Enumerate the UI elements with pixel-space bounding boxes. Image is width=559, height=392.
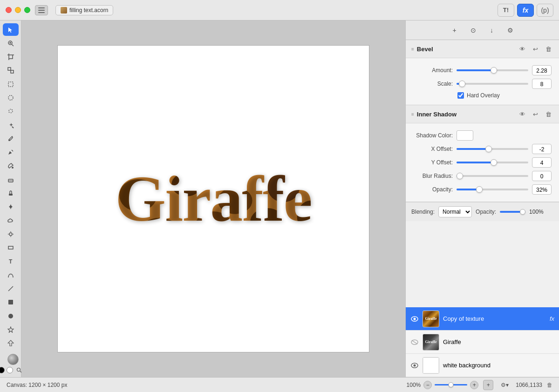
fx-button[interactable]: fx <box>517 4 534 17</box>
opacity-value[interactable]: 32% <box>532 184 552 195</box>
line-tool[interactable] <box>3 282 19 295</box>
svg-rect-15 <box>8 82 13 87</box>
y-offset-slider[interactable] <box>457 162 528 163</box>
opacity-thumb[interactable] <box>476 186 483 193</box>
statusbar-trash-button[interactable]: 🗑 <box>547 382 552 388</box>
minimize-button[interactable] <box>15 7 21 13</box>
y-offset-value[interactable]: 4 <box>532 157 552 168</box>
properties-button[interactable]: (p) <box>537 4 553 17</box>
layer-item-giraffe[interactable]: Giraffe Giraffe <box>406 331 559 354</box>
layer-visibility-giraffe[interactable] <box>410 338 419 346</box>
svg-point-34 <box>8 314 13 318</box>
blur-radius-value[interactable]: 0 <box>532 171 552 181</box>
y-offset-thumb[interactable] <box>491 159 497 166</box>
zoom-in-button[interactable]: + <box>470 381 478 389</box>
svg-line-41 <box>412 340 417 344</box>
close-button[interactable] <box>6 7 12 13</box>
y-offset-label: Y Offset: <box>413 159 453 166</box>
reset-icon: ↩ <box>533 46 538 53</box>
blending-select[interactable]: Normal Multiply Screen Overlay Darken Li… <box>438 206 472 217</box>
file-tab[interactable]: filling text.acorn <box>55 5 113 15</box>
lasso-tool[interactable] <box>3 105 19 118</box>
statusbar-settings-button[interactable]: ⚙▾ <box>498 378 511 392</box>
eye-icon: 👁 <box>519 111 525 118</box>
transform-tool[interactable] <box>3 64 19 77</box>
inner-shadow-reset-button[interactable]: ↩ <box>530 109 540 119</box>
zoom-slider[interactable] <box>435 384 467 385</box>
add-layer-button[interactable]: + <box>483 380 493 390</box>
bevel-delete-button[interactable]: 🗑 <box>543 44 553 54</box>
eraser-tool[interactable] <box>3 173 19 186</box>
pen-tool[interactable] <box>3 146 19 159</box>
layer-item-white-background[interactable]: white background <box>406 354 559 377</box>
x-offset-row: X Offset: -2 <box>413 144 552 154</box>
cloud-tool[interactable] <box>3 214 19 227</box>
crop-tool[interactable] <box>3 51 19 63</box>
paint-bucket-tool[interactable] <box>3 160 19 172</box>
settings-button[interactable]: ⚙ <box>504 24 517 37</box>
foreground-color[interactable] <box>7 354 19 365</box>
bezier-tool[interactable] <box>3 269 19 281</box>
inner-shadow-visibility-button[interactable]: 👁 <box>517 109 527 119</box>
add-icon: + <box>452 27 456 34</box>
bg-color-small[interactable] <box>7 367 13 373</box>
sun-tool[interactable] <box>3 228 19 240</box>
zoom-tool[interactable] <box>3 37 19 49</box>
fg-color-small[interactable] <box>0 367 5 373</box>
arrow-tool[interactable] <box>3 337 19 349</box>
canvas-area[interactable]: Giraffe <box>21 20 405 377</box>
globe-button[interactable]: ⊙ <box>467 24 480 37</box>
bevel-visibility-button[interactable]: 👁 <box>517 44 527 54</box>
bevel-amount-thumb[interactable] <box>491 67 497 74</box>
x-offset-value[interactable]: -2 <box>532 144 552 154</box>
download-button[interactable]: ↓ <box>485 24 498 37</box>
rect-select-tool[interactable] <box>3 78 19 90</box>
layer-visibility-copy-of-texture[interactable] <box>410 315 419 323</box>
blur-radius-thumb[interactable] <box>457 173 463 179</box>
shadow-color-swatch[interactable] <box>457 130 473 141</box>
shape-circle-tool[interactable] <box>3 310 19 322</box>
maximize-button[interactable] <box>24 7 30 13</box>
type-effects-button[interactable]: T! <box>498 4 514 17</box>
text-tool[interactable]: T <box>3 255 19 268</box>
bevel-scale-thumb[interactable] <box>459 81 465 87</box>
inner-shadow-delete-button[interactable]: 🗑 <box>543 109 553 119</box>
add-effect-button[interactable]: + <box>448 24 461 37</box>
rubber-stamp-tool[interactable] <box>3 187 19 199</box>
select-tool[interactable] <box>3 23 19 36</box>
blending-opacity-slider[interactable] <box>500 211 525 213</box>
opacity-slider[interactable] <box>457 189 528 190</box>
zoom-thumb[interactable] <box>449 382 454 387</box>
svg-marker-36 <box>8 340 14 346</box>
rectangle-tool[interactable] <box>3 242 19 254</box>
layer-item-copy-of-texture[interactable]: Giraffe Copy of texture fx <box>406 307 559 331</box>
bevel-scale-slider[interactable] <box>457 83 528 85</box>
bevel-amount-value[interactable]: 2.28 <box>532 65 552 75</box>
zoom-out-button[interactable]: − <box>423 381 432 389</box>
canvas-text: Giraffe <box>106 163 320 235</box>
svg-point-44 <box>414 364 416 366</box>
x-offset-slider[interactable] <box>457 148 528 150</box>
layers-section: Giraffe Copy of texture fx Giraffe Giraf… <box>406 307 559 377</box>
ellipse-select-tool[interactable] <box>3 91 19 104</box>
fx-icon: fx <box>523 7 528 14</box>
properties-icon: (p) <box>541 7 549 14</box>
sidebar-toggle-button[interactable] <box>35 5 48 15</box>
blur-radius-slider[interactable] <box>457 175 528 177</box>
bevel-scale-value[interactable]: 8 <box>532 79 552 89</box>
layer-visibility-white-background[interactable] <box>410 361 419 370</box>
eyedropper-tool[interactable] <box>3 132 19 145</box>
star-tool[interactable] <box>3 323 19 336</box>
hard-overlay-checkbox[interactable] <box>457 92 464 99</box>
shadow-color-row: Shadow Color: <box>413 130 552 141</box>
blending-opacity-thumb[interactable] <box>520 209 525 215</box>
bevel-reset-button[interactable]: ↩ <box>530 44 540 54</box>
svg-rect-14 <box>11 70 14 73</box>
x-offset-thumb[interactable] <box>485 146 492 152</box>
svg-marker-3 <box>8 27 12 33</box>
y-offset-row: Y Offset: 4 <box>413 157 552 168</box>
shape-rect-tool[interactable] <box>3 296 19 309</box>
bevel-amount-slider[interactable] <box>457 69 528 71</box>
sparkle-tool[interactable] <box>3 201 19 213</box>
magic-wand-tool[interactable] <box>3 119 19 131</box>
